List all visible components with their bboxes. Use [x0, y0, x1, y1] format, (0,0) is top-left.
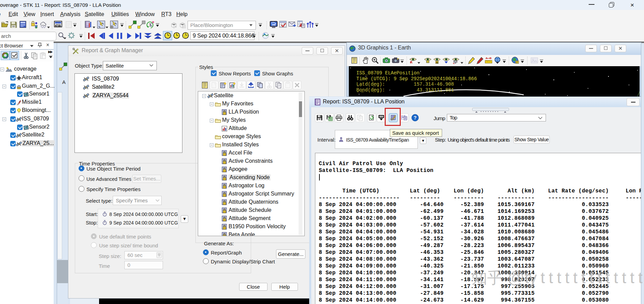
svg-text:?: ? [414, 115, 417, 120]
svg-text:HTML: HTML [55, 25, 61, 27]
svg-text:Σ: Σ [149, 22, 152, 27]
svg-text:DM: DM [272, 24, 276, 26]
svg-text:N: N [436, 61, 438, 64]
